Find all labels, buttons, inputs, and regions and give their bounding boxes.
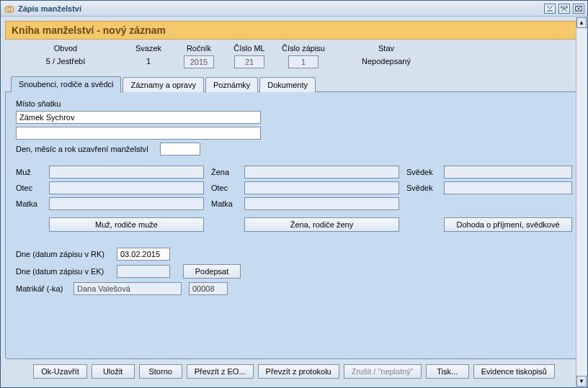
- zena-otec-input[interactable]: [244, 181, 399, 194]
- svazek-value: 1: [128, 55, 169, 67]
- party-button-row: Muž, rodiče muže Žena, rodiče ženy Dohod…: [16, 217, 572, 232]
- button-bar: Ok-Uzavřít Uložit Storno Převzít z EO...…: [5, 359, 583, 383]
- evidence-tiskopisu-button[interactable]: Evidence tiskopisů: [473, 364, 555, 379]
- vertical-scrollbar[interactable]: ▲ ▼: [576, 17, 587, 387]
- svedek2-input[interactable]: [444, 181, 572, 194]
- cisloml-label: Číslo ML: [228, 44, 270, 53]
- svazek-label: Svazek: [128, 44, 169, 53]
- misto-snatku-line1[interactable]: [16, 111, 261, 124]
- matrikar-name-input[interactable]: [74, 282, 182, 295]
- window-close-icon[interactable]: [573, 4, 584, 14]
- stav-value: Nepodepsaný: [337, 55, 436, 67]
- record-header: Obvod 5 / Jestřebí Svazek 1 Ročník 2015 …: [5, 42, 583, 71]
- zena-input[interactable]: [244, 166, 399, 179]
- ok-button[interactable]: Ok-Uzavřít: [33, 364, 87, 379]
- muz-matka-input[interactable]: [49, 197, 204, 210]
- tab-strip: Snoubenci, rodiče a svědci Záznamy a opr…: [5, 76, 583, 91]
- titlebar: Zápis manželství: [1, 1, 587, 17]
- cislozap-value[interactable]: 1: [288, 55, 318, 68]
- svg-rect-2: [561, 6, 567, 8]
- rings-icon: [4, 3, 15, 14]
- obvod-value: 5 / Jestřebí: [12, 55, 119, 67]
- muz-matka-label: Matka: [16, 199, 49, 208]
- zena-label: Žena: [211, 168, 244, 176]
- zena-otec-label: Otec: [211, 184, 244, 192]
- zena-rodice-button[interactable]: Žena, rodiče ženy: [244, 217, 399, 232]
- app-window: Zápis manželství Kniha manželství - nový…: [0, 0, 588, 388]
- matrikar-code-input[interactable]: [189, 282, 228, 295]
- misto-snatku-label: Místo sňatku: [16, 99, 63, 108]
- footer-fields: Dne (datum zápisu v RK) Dne (datum zápis…: [16, 248, 572, 295]
- parties-group: Muž Otec Matka Žena: [16, 166, 572, 213]
- matrikar-label: Matrikář (-ka): [16, 284, 74, 293]
- dne-rk-input[interactable]: [117, 248, 170, 261]
- muz-rodice-button[interactable]: Muž, rodiče muže: [49, 217, 204, 232]
- scroll-down-icon[interactable]: ▼: [576, 376, 587, 387]
- window-maximize-icon[interactable]: [558, 4, 570, 14]
- muz-otec-label: Otec: [16, 184, 49, 192]
- cisloml-value[interactable]: 21: [234, 55, 264, 68]
- zena-matka-label: Matka: [211, 199, 244, 208]
- misto-snatku-line2[interactable]: [16, 127, 261, 140]
- stav-label: Stav: [337, 44, 436, 53]
- page-banner: Kniha manželství - nový záznam: [5, 21, 583, 40]
- rocnik-value[interactable]: 2015: [184, 55, 214, 68]
- obvod-label: Obvod: [12, 44, 119, 53]
- tab-body: Místo sňatku Den, měsíc a rok uzavření m…: [5, 91, 583, 359]
- datum-uzavreni-input[interactable]: [160, 143, 200, 155]
- prevzit-eo-button[interactable]: Převzít z EO...: [187, 364, 254, 379]
- prevzit-protokol-button[interactable]: Převzít z protokolu: [258, 364, 339, 379]
- tab-snoubenci[interactable]: Snoubenci, rodiče a svědci: [11, 76, 121, 92]
- tab-zaznamy[interactable]: Záznamy a opravy: [122, 77, 203, 92]
- rocnik-label: Ročník: [178, 44, 220, 53]
- tab-poznamky[interactable]: Poznámky: [205, 77, 258, 92]
- dohoda-button[interactable]: Dohoda o příjmení, svědkové: [444, 217, 572, 232]
- window-restore-down-icon[interactable]: [544, 4, 556, 14]
- podepsat-button[interactable]: Podepsat: [183, 264, 241, 279]
- tisk-button[interactable]: Tisk...: [426, 364, 469, 379]
- dne-ek-input[interactable]: [117, 265, 170, 278]
- dne-ek-label: Dne (datum zápisu v EK): [16, 267, 117, 276]
- svedek1-input[interactable]: [444, 166, 572, 179]
- svedek1-label: Svědek: [406, 168, 444, 176]
- zrusit-button[interactable]: Zrušit / "neplatný": [344, 364, 422, 379]
- svedek2-label: Svědek: [406, 184, 444, 192]
- storno-button[interactable]: Storno: [139, 364, 182, 379]
- muz-otec-input[interactable]: [49, 181, 204, 194]
- dne-rk-label: Dne (datum zápisu v RK): [16, 250, 117, 258]
- scroll-up-icon[interactable]: ▲: [576, 17, 587, 28]
- content-area: Kniha manželství - nový záznam Obvod 5 /…: [1, 17, 587, 387]
- window-title: Zápis manželství: [18, 4, 544, 13]
- muz-label: Muž: [16, 168, 49, 176]
- tab-dokumenty[interactable]: Dokumenty: [259, 77, 316, 92]
- muz-input[interactable]: [49, 166, 204, 179]
- cislozap-label: Číslo zápisu: [279, 44, 328, 53]
- datum-uzavreni-label: Den, měsíc a rok uzavření manželství: [16, 145, 160, 153]
- save-button[interactable]: Uložit: [92, 364, 135, 379]
- zena-matka-input[interactable]: [244, 197, 399, 210]
